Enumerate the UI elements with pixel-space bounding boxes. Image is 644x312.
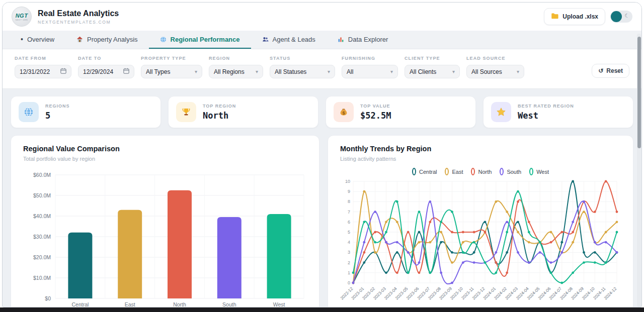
select-furnishing[interactable]: All▾ xyxy=(342,65,398,78)
data-point-south[interactable] xyxy=(440,271,442,274)
data-point-central[interactable] xyxy=(473,251,475,254)
data-point-central[interactable] xyxy=(560,241,563,244)
data-point-west[interactable] xyxy=(528,231,530,234)
data-point-west[interactable] xyxy=(407,271,410,274)
theme-toggle[interactable]: ☾ xyxy=(610,11,632,23)
data-point-north[interactable] xyxy=(407,231,410,234)
bar-central[interactable] xyxy=(68,233,92,298)
data-point-north[interactable] xyxy=(528,221,530,223)
data-point-central[interactable] xyxy=(440,241,442,244)
reset-filters-button[interactable]: ↺Reset xyxy=(592,64,629,78)
tab-data-explorer[interactable]: Data Explorer xyxy=(327,31,399,49)
data-point-east[interactable] xyxy=(418,241,421,244)
data-point-west[interactable] xyxy=(352,271,355,274)
data-point-west[interactable] xyxy=(440,221,442,223)
data-point-south[interactable] xyxy=(418,261,421,264)
data-point-central[interactable] xyxy=(572,180,574,183)
data-point-north[interactable] xyxy=(363,251,365,254)
select-status[interactable]: All Statuses▾ xyxy=(270,65,335,78)
data-point-north[interactable] xyxy=(451,231,453,234)
date-input-date-to[interactable]: 12/29/2024 xyxy=(78,65,134,78)
data-point-east[interactable] xyxy=(451,261,453,264)
data-point-west[interactable] xyxy=(560,282,563,284)
data-point-east[interactable] xyxy=(495,200,497,203)
data-point-central[interactable] xyxy=(396,251,398,254)
data-point-central[interactable] xyxy=(484,221,487,223)
data-point-west[interactable] xyxy=(473,241,475,244)
date-input-date-from[interactable]: 12/31/2022 xyxy=(15,65,71,78)
data-point-north[interactable] xyxy=(473,231,475,234)
data-point-south[interactable] xyxy=(583,200,585,203)
data-point-north[interactable] xyxy=(560,231,563,234)
data-point-north[interactable] xyxy=(572,231,574,234)
data-point-south[interactable] xyxy=(429,200,431,203)
data-point-west[interactable] xyxy=(583,261,585,264)
bar-south[interactable] xyxy=(217,217,242,298)
data-point-north[interactable] xyxy=(462,231,464,234)
data-point-west[interactable] xyxy=(539,241,541,244)
data-point-south[interactable] xyxy=(605,241,607,244)
data-point-north[interactable] xyxy=(429,221,431,223)
legend-item-west[interactable]: West xyxy=(529,168,549,175)
upload-xlsx-button[interactable]: Upload .xlsx xyxy=(544,8,605,25)
tab-agent-leads[interactable]: Agent & Leads xyxy=(251,31,327,49)
data-point-north[interactable] xyxy=(506,271,508,274)
data-point-south[interactable] xyxy=(385,241,387,244)
data-point-central[interactable] xyxy=(594,251,596,254)
data-point-central[interactable] xyxy=(506,251,508,254)
data-point-east[interactable] xyxy=(550,231,552,234)
tab-regional-performance[interactable]: Regional Performance xyxy=(149,31,251,49)
data-point-south[interactable] xyxy=(550,261,552,264)
data-point-central[interactable] xyxy=(451,251,453,254)
legend-item-north[interactable]: North xyxy=(471,168,492,175)
data-point-west[interactable] xyxy=(484,261,487,264)
data-point-west[interactable] xyxy=(396,200,398,203)
monthly-trends-line-chart[interactable]: 0123456789102022-122023-012023-022023-03… xyxy=(340,176,621,307)
data-point-west[interactable] xyxy=(572,271,574,274)
data-point-north[interactable] xyxy=(396,271,398,274)
data-point-north[interactable] xyxy=(616,211,618,213)
data-point-west[interactable] xyxy=(495,271,497,274)
select-property-type[interactable]: All Types▾ xyxy=(141,65,202,78)
data-point-west[interactable] xyxy=(462,251,464,254)
data-point-south[interactable] xyxy=(506,221,508,223)
select-lead-source[interactable]: All Sources▾ xyxy=(466,65,524,78)
tab-property-analysis[interactable]: Property Analysis xyxy=(65,31,148,49)
data-point-east[interactable] xyxy=(506,211,508,213)
data-point-east[interactable] xyxy=(374,251,376,254)
data-point-west[interactable] xyxy=(374,241,376,244)
data-point-west[interactable] xyxy=(605,261,607,264)
data-point-east[interactable] xyxy=(517,231,519,234)
data-point-west[interactable] xyxy=(594,261,596,264)
bar-north[interactable] xyxy=(168,190,192,298)
data-point-central[interactable] xyxy=(517,221,519,223)
select-region[interactable]: All Regions▾ xyxy=(209,65,263,78)
data-point-south[interactable] xyxy=(560,251,563,254)
data-point-south[interactable] xyxy=(462,261,464,264)
data-point-west[interactable] xyxy=(517,190,519,193)
select-client-type[interactable]: All Clients▾ xyxy=(405,65,460,78)
regional-value-bar-chart[interactable]: $0$10.0M$20.0M$30.0M$40.0M$50.0M$60.0MCe… xyxy=(23,169,308,307)
data-point-south[interactable] xyxy=(572,221,574,223)
data-point-east[interactable] xyxy=(572,241,574,244)
data-point-west[interactable] xyxy=(451,211,453,213)
data-point-south[interactable] xyxy=(616,251,618,254)
data-point-north[interactable] xyxy=(484,231,487,234)
data-point-south[interactable] xyxy=(363,241,365,244)
data-point-south[interactable] xyxy=(517,251,519,254)
data-point-west[interactable] xyxy=(418,211,421,213)
data-point-west[interactable] xyxy=(616,231,618,234)
data-point-south[interactable] xyxy=(396,241,398,244)
data-point-west[interactable] xyxy=(506,231,508,234)
data-point-south[interactable] xyxy=(451,282,453,284)
data-point-west[interactable] xyxy=(429,271,431,274)
data-point-west[interactable] xyxy=(363,221,365,223)
data-point-east[interactable] xyxy=(429,241,431,244)
data-point-east[interactable] xyxy=(396,221,398,223)
data-point-east[interactable] xyxy=(440,231,442,234)
data-point-south[interactable] xyxy=(473,261,475,264)
data-point-north[interactable] xyxy=(594,211,596,213)
data-point-south[interactable] xyxy=(539,251,541,254)
data-point-east[interactable] xyxy=(363,190,365,193)
data-point-east[interactable] xyxy=(616,221,618,223)
